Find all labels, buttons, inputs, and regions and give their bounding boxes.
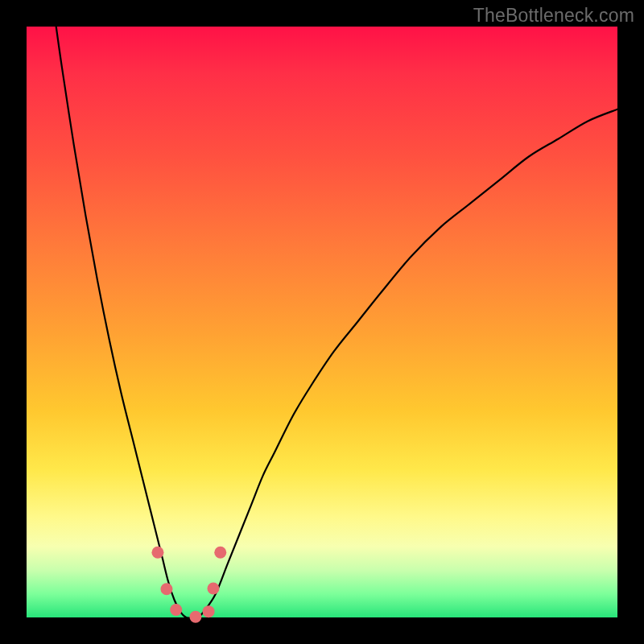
marker-dot: [189, 611, 201, 623]
bottleneck-curve: [56, 27, 617, 618]
watermark-text: TheBottleneck.com: [473, 5, 634, 27]
marker-dot: [170, 604, 182, 616]
marker-dot: [203, 605, 215, 617]
marker-dot: [160, 583, 172, 595]
marker-dot: [214, 547, 226, 559]
chart-svg: [27, 27, 617, 617]
chart-frame: TheBottleneck.com: [0, 0, 644, 644]
curve-group: [56, 27, 617, 618]
marker-dot: [207, 583, 219, 595]
plot-area: [27, 27, 617, 617]
marker-dot: [151, 547, 163, 559]
